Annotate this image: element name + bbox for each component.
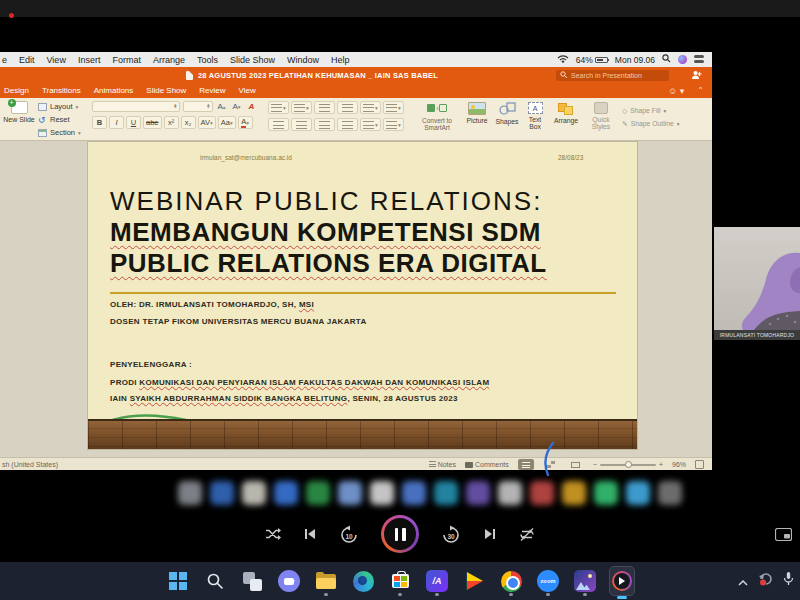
zoom-app-button[interactable]: zoom [535,566,561,596]
underline-button[interactable]: U [126,116,141,129]
menu-item-view[interactable]: View [47,55,66,65]
next-button[interactable] [483,527,497,541]
taskbar-search-button[interactable] [202,566,228,596]
zoom-slider[interactable]: −+ [593,461,663,468]
line-spacing-button[interactable]: ▾ [360,101,381,114]
wifi-icon[interactable] [557,54,569,65]
tab-view[interactable]: View [239,86,256,95]
forward-30-button[interactable]: 30 [441,525,461,544]
menu-item-edit[interactable]: Edit [19,55,35,65]
picture-button[interactable]: Picture [462,102,492,124]
slide-organizer-line[interactable]: PRODI KOMUNIKASI DAN PENYIARAN ISLAM FAK… [110,378,489,387]
slide-header-date[interactable]: 28/08/23 [558,154,583,161]
quick-styles-button[interactable]: Quick Styles [586,102,616,130]
clear-formatting-button[interactable]: A [245,101,258,112]
shrink-font-button[interactable]: A▾ [230,101,243,112]
file-explorer-button[interactable] [313,566,339,596]
italic-button[interactable]: I [109,116,124,129]
menu-item-file-partial[interactable]: e [2,55,7,65]
tab-design[interactable]: Design [4,86,29,95]
siri-icon[interactable] [678,55,687,64]
font-size-select[interactable] [183,101,213,112]
subscript-button[interactable]: x₂ [181,116,196,129]
numbering-button[interactable]: ▾ [291,101,312,114]
character-spacing-button[interactable]: AV▾ [198,116,216,129]
fit-slide-icon[interactable] [695,460,704,469]
text-box-button[interactable]: A Text Box [522,102,548,130]
chrome-button[interactable] [498,566,524,596]
play-store-button[interactable] [461,566,487,596]
font-name-select[interactable] [92,101,180,112]
layout-button[interactable]: Layout▾ [38,100,81,113]
shape-fill-button[interactable]: ◇Shape Fill▾ [622,104,680,117]
microphone-tray-icon[interactable] [783,571,794,590]
zoom-percent[interactable]: 96% [672,461,686,468]
menu-item-help[interactable]: Help [331,55,350,65]
arrange-button[interactable]: Arrange [550,102,582,124]
shape-outline-button[interactable]: ✎Shape Outline▾ [622,117,680,130]
bullets-button[interactable]: ▾ [268,101,289,114]
zoom-slider-thumb[interactable] [625,461,632,468]
align-text-button[interactable]: ▾ [383,118,404,131]
superscript-button[interactable]: x² [164,116,179,129]
comments-button[interactable]: Comments [465,461,509,468]
slide-title[interactable]: WEBINAR PUBLIC RELATIONS: MEMBANGUN KOMP… [110,186,547,279]
strikethrough-button[interactable]: abe [143,116,162,129]
align-right-button[interactable] [314,118,335,131]
menu-item-slide-show[interactable]: Slide Show [230,55,275,65]
spotlight-search-icon[interactable] [662,54,671,65]
slide[interactable]: irmulan_sat@mercubuana.ac.id 28/08/23 WE… [88,142,637,449]
new-slide-button[interactable]: + New Slide [3,101,35,123]
reading-view-button[interactable] [568,459,584,470]
columns-button[interactable]: ▾ [383,101,404,114]
feedback-smiley-icon[interactable]: ☺ ▾ [668,86,684,96]
mini-player-icon[interactable] [775,527,792,545]
share-person-icon[interactable] [691,70,702,80]
tray-chevron-icon[interactable] [738,572,748,590]
rewind-10-button[interactable]: 10 [339,525,359,544]
start-button[interactable] [165,566,191,596]
menu-item-insert[interactable]: Insert [78,55,101,65]
menubar-clock[interactable]: Mon 09.06 [615,55,655,65]
pause-button[interactable] [381,515,419,553]
ribbon-collapse-icon[interactable]: ⌃ [697,86,704,95]
menu-item-format[interactable]: Format [112,55,141,65]
tab-animations[interactable]: Animations [94,86,134,95]
slide-organizer-heading[interactable]: PENYELENGGARA : [110,360,192,369]
battery-status[interactable]: 64% [576,55,608,65]
microsoft-store-button[interactable] [387,566,413,596]
previous-button[interactable] [303,527,317,541]
ai-app-button[interactable]: /A [424,566,450,596]
photos-app-button[interactable] [572,566,598,596]
normal-view-button[interactable] [518,459,534,470]
change-case-button[interactable]: Aa▾ [218,116,236,129]
notes-button[interactable]: Notes [429,461,456,468]
edge-browser-button[interactable] [350,566,376,596]
slide-speaker-line[interactable]: OLEH: DR. IRMULANSATI TOMOHARDJO, SH, MS… [110,300,314,309]
decrease-indent-button[interactable] [314,101,335,114]
slide-affiliation-line[interactable]: DOSEN TETAP FIKOM UNIVERSITAS MERCU BUAN… [110,317,367,326]
tab-review[interactable]: Review [199,86,225,95]
search-in-presentation-box[interactable]: Search in Presentation [556,70,669,81]
menu-item-arrange[interactable]: Arrange [153,55,185,65]
reset-button[interactable]: ↺Reset [38,113,81,126]
bold-button[interactable]: B [92,116,107,129]
shuffle-button[interactable] [265,527,281,541]
control-center-icon[interactable] [694,55,704,65]
font-color-button[interactable]: A▾ [238,116,253,129]
align-left-button[interactable] [268,118,289,131]
slide-venue-line[interactable]: IAIN SYAIKH ABDURRAHMAN SIDDIK BANGKA BE… [110,394,458,403]
justify-button[interactable] [337,118,358,131]
chat-app-button[interactable] [276,566,302,596]
grow-font-button[interactable]: A▴ [215,101,228,112]
increase-indent-button[interactable] [337,101,358,114]
shapes-button[interactable]: Shapes [492,102,522,125]
align-center-button[interactable] [291,118,312,131]
task-view-button[interactable] [239,566,265,596]
convert-to-smartart-button[interactable]: › Convert to SmartArt [412,102,462,131]
screen-recorder-tray-icon[interactable] [758,571,773,590]
text-direction-button[interactable]: ▾ [360,118,381,131]
menu-item-tools[interactable]: Tools [197,55,218,65]
language-status[interactable]: sh (United States) [0,461,58,468]
tab-slide-show[interactable]: Slide Show [146,86,186,95]
